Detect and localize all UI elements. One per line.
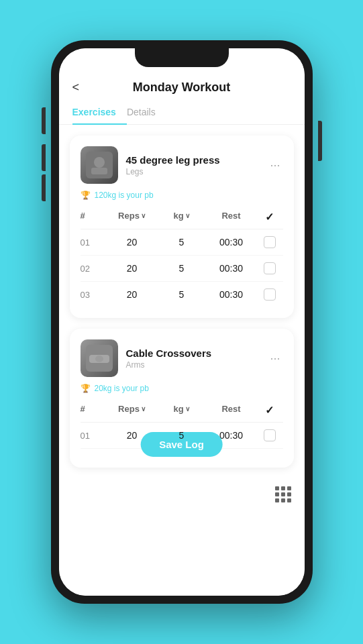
phone-screen: < Monday Workout Exercises Details: [59, 48, 305, 596]
col-check-2: ✓: [256, 404, 283, 417]
col-reps-2: Reps ∨: [107, 404, 157, 417]
exercise-card-2: Cable Crossovers Arms ··· 🏆 20kg is your…: [70, 329, 294, 468]
col-hash-1: #: [81, 211, 107, 223]
set-check[interactable]: [256, 236, 283, 248]
table-header-2: # Reps ∨ kg ∨: [81, 401, 283, 423]
exercise-card-1: 45 degree leg press Legs ··· 🏆 120kg is …: [70, 136, 294, 318]
more-button-1[interactable]: ···: [267, 156, 282, 175]
exercise-image-2: [81, 339, 118, 377]
tab-details[interactable]: Details: [127, 100, 166, 124]
pb-icon-2: 🏆: [81, 384, 91, 393]
svg-point-1: [94, 157, 105, 168]
exercise-header-1: 45 degree leg press Legs ···: [81, 146, 283, 184]
set-check[interactable]: [256, 262, 283, 274]
exercise-info-1: 45 degree leg press Legs: [126, 154, 268, 176]
header: < Monday Workout: [59, 70, 305, 100]
set-table-1: # Reps ∨ kg ∨: [81, 208, 283, 307]
set-reps[interactable]: 20: [107, 237, 157, 248]
exercise-info-2: Cable Crossovers Arms: [126, 347, 268, 370]
kg-chevron-1[interactable]: ∨: [185, 212, 190, 219]
set-num: 02: [81, 264, 107, 274]
col-rest-1: Rest: [207, 211, 256, 223]
table-header-1: # Reps ∨ kg ∨: [81, 208, 283, 229]
more-button-2[interactable]: ···: [267, 349, 282, 368]
set-rest[interactable]: 00:30: [207, 237, 256, 248]
table-row: 01 20 5 00:30: [81, 229, 283, 256]
set-num: 01: [81, 237, 107, 248]
phone-frame: < Monday Workout Exercises Details: [51, 40, 313, 604]
page-title: Monday Workout: [133, 80, 231, 95]
col-check-1: ✓: [256, 211, 283, 223]
grid-dot: [275, 492, 279, 496]
set-kg[interactable]: 5: [157, 430, 207, 441]
grid-dot: [281, 498, 285, 502]
table-row: 02 20 5 00:30: [81, 256, 283, 282]
set-num: 01: [81, 431, 107, 441]
set-kg[interactable]: 5: [157, 263, 207, 274]
col-rest-2: Rest: [207, 404, 256, 417]
set-check[interactable]: [256, 429, 283, 441]
grid-dot: [275, 498, 279, 502]
table-row: 03 20 5 00:30: [81, 282, 283, 307]
svg-rect-2: [91, 168, 107, 174]
bottom-nav: [59, 478, 305, 511]
grid-dot: [281, 486, 285, 490]
set-reps[interactable]: 20: [107, 289, 157, 300]
pb-icon-1: 🏆: [81, 191, 91, 200]
set-kg[interactable]: 5: [157, 237, 207, 248]
pb-badge-2: 🏆 20kg is your pb: [81, 384, 283, 393]
tabs: Exercises Details: [59, 100, 305, 125]
grid-dot: [287, 486, 291, 490]
exercise-muscle-1: Legs: [126, 167, 268, 176]
col-kg-1: kg ∨: [157, 211, 207, 223]
exercise-name-2: Cable Crossovers: [126, 347, 268, 359]
exercise-image-1: [81, 146, 118, 184]
exercise-name-1: 45 degree leg press: [126, 154, 268, 166]
set-rest[interactable]: 00:30: [207, 289, 256, 300]
kg-chevron-2[interactable]: ∨: [185, 405, 190, 413]
set-num: 03: [81, 290, 107, 300]
save-log-row: Save Log: [81, 449, 283, 457]
tab-exercises[interactable]: Exercises: [72, 100, 127, 124]
exercise-header-2: Cable Crossovers Arms ···: [81, 339, 283, 377]
col-hash-2: #: [81, 404, 107, 417]
set-kg[interactable]: 5: [157, 289, 207, 300]
set-check[interactable]: [256, 288, 283, 301]
svg-point-5: [95, 356, 103, 362]
reps-chevron-2[interactable]: ∨: [141, 405, 146, 413]
set-rest[interactable]: 00:30: [207, 263, 256, 274]
grid-dot: [281, 492, 285, 496]
exercise-muscle-2: Arms: [126, 360, 268, 370]
col-kg-2: kg ∨: [157, 404, 207, 417]
grid-dot: [287, 498, 291, 502]
col-reps-1: Reps ∨: [107, 211, 157, 223]
set-table-2: # Reps ∨ kg ∨: [81, 401, 283, 457]
grid-dot: [287, 492, 291, 496]
notch: [135, 48, 229, 67]
set-reps[interactable]: 20: [107, 263, 157, 274]
screen-content: < Monday Workout Exercises Details: [59, 48, 305, 596]
pb-text-2: 20kg is your pb: [95, 384, 149, 393]
reps-chevron-1[interactable]: ∨: [141, 212, 146, 219]
back-button[interactable]: <: [72, 80, 80, 95]
pb-text-1: 120kg is your pb: [95, 191, 154, 200]
grid-icon[interactable]: [275, 486, 291, 502]
grid-dot: [275, 486, 279, 490]
pb-badge-1: 🏆 120kg is your pb: [81, 191, 283, 200]
